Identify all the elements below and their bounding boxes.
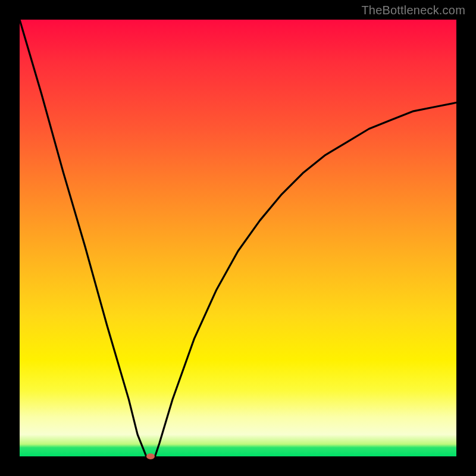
watermark-text: TheBottleneck.com xyxy=(361,4,465,17)
plot-area xyxy=(20,20,456,456)
chart-canvas: TheBottleneck.com xyxy=(0,0,476,476)
optimum-marker xyxy=(146,453,155,459)
bottleneck-curve xyxy=(20,20,456,456)
